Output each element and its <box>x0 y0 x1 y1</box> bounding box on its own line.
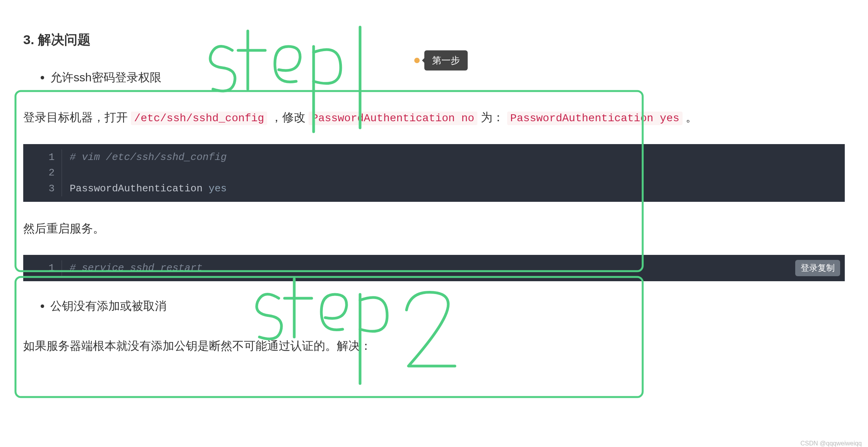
code-comment: # vim /etc/ssh/sshd_config <box>70 151 227 163</box>
bullet-pubkey-missing: 公钥没有添加或被取消 <box>50 297 845 315</box>
code-value: yes <box>209 183 227 194</box>
watermark: CSDN @qqqweiweiqq <box>800 440 862 447</box>
inline-code-path: /etc/ssh/sshd_config <box>131 112 267 125</box>
tooltip-step-one: 第一步 <box>414 50 468 70</box>
line-number: 1 <box>23 150 62 165</box>
inline-code-original: PasswordAuthentication no <box>309 112 477 125</box>
line-number: 3 <box>23 181 62 196</box>
tooltip-label: 第一步 <box>424 50 468 70</box>
login-copy-button[interactable]: 登录复制 <box>795 260 840 276</box>
code-comment: # service sshd restart <box>70 262 202 274</box>
code-key: PasswordAuthentication <box>70 183 209 194</box>
text-fragment: 。 <box>686 111 697 124</box>
inline-code-new: PasswordAuthentication yes <box>507 112 683 125</box>
section-heading: 3. 解决问题 <box>23 31 845 49</box>
line-number: 2 <box>23 165 62 181</box>
paragraph-edit-config: 登录目标机器，打开 /etc/ssh/sshd_config ，修改 Passw… <box>23 106 845 129</box>
text-fragment: ，修改 <box>271 111 309 124</box>
line-number: 1 <box>23 260 62 276</box>
paragraph-restart: 然后重启服务。 <box>23 217 845 239</box>
code-block-restart: 1 # service sshd restart 登录复制 <box>23 255 845 281</box>
paragraph-pubkey-explain: 如果服务器端根本就没有添加公钥是断然不可能通过认证的。解决： <box>23 335 845 357</box>
bullet-allow-password: 允许ssh密码登录权限 <box>50 68 845 87</box>
text-fragment: 为： <box>481 111 504 124</box>
code-block-sshd-config: 1 # vim /etc/ssh/sshd_config 2 3 Passwor… <box>23 144 845 202</box>
text-fragment: 登录目标机器，打开 <box>23 111 131 124</box>
